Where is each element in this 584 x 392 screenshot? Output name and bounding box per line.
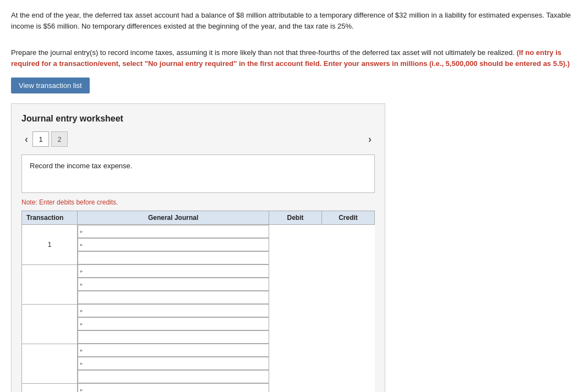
general-journal-input-4[interactable]: [84, 344, 268, 356]
credit-input-4[interactable]: [78, 371, 268, 383]
debit-input-4[interactable]: [84, 357, 268, 369]
table-row: ► ►: [22, 304, 375, 344]
general-journal-input-5[interactable]: [84, 384, 268, 392]
debit-cell-4[interactable]: ►: [78, 357, 269, 370]
credit-input-2[interactable]: [78, 291, 268, 303]
debit-input-1[interactable]: [84, 239, 268, 251]
transaction-number: [22, 264, 78, 304]
tab-2[interactable]: 2: [51, 131, 68, 147]
credit-input-3[interactable]: [78, 331, 268, 343]
general-journal-cell[interactable]: ►: [78, 383, 269, 392]
next-tab-button[interactable]: ›: [365, 132, 375, 146]
debit-cell-3[interactable]: ►: [78, 317, 269, 330]
credit-cell-3[interactable]: [78, 330, 269, 344]
col-header-transaction: Transaction: [22, 211, 78, 225]
transaction-number: [22, 344, 78, 383]
general-journal-cell[interactable]: ►: [78, 304, 269, 317]
debit-cell-1[interactable]: ►: [78, 238, 269, 251]
journal-entry-worksheet: Journal entry worksheet ‹ 1 2 › Record t…: [11, 103, 385, 392]
col-header-debit: Debit: [269, 211, 322, 225]
journal-table: Transaction General Journal Debit Credit…: [21, 211, 375, 392]
table-row: ► ►: [22, 383, 375, 392]
instruction-text: Prepare the journal entry(s) to record i…: [11, 47, 573, 69]
debit-cell-2[interactable]: ►: [78, 278, 269, 291]
note-text: Note: Enter debits before credits.: [21, 198, 375, 206]
transaction-number: [22, 383, 78, 392]
general-journal-cell[interactable]: ►: [78, 225, 269, 238]
general-journal-input-2[interactable]: [84, 265, 268, 277]
transaction-description: Record the income tax expense.: [21, 154, 375, 193]
debit-input-3[interactable]: [84, 318, 268, 330]
prev-tab-button[interactable]: ‹: [21, 132, 31, 146]
credit-cell-1[interactable]: [78, 251, 269, 264]
table-row: ► ►: [22, 344, 375, 383]
col-header-credit: Credit: [322, 211, 375, 225]
table-row: ► ►: [22, 264, 375, 304]
worksheet-title: Journal entry worksheet: [21, 114, 375, 124]
debit-input-2[interactable]: [84, 278, 268, 290]
tab-navigation: ‹ 1 2 ›: [21, 131, 375, 147]
col-header-general-journal: General Journal: [78, 211, 269, 225]
general-journal-cell[interactable]: ►: [78, 264, 269, 278]
credit-cell-4[interactable]: [78, 370, 269, 383]
general-journal-cell[interactable]: ►: [78, 344, 269, 357]
credit-input-1[interactable]: [78, 252, 268, 264]
instruction-plain: Prepare the journal entry(s) to record i…: [11, 48, 516, 57]
transaction-number: 1: [22, 225, 78, 265]
table-row: 1 ► ►: [22, 225, 375, 265]
general-journal-input-1[interactable]: [84, 225, 268, 238]
credit-cell-2[interactable]: [78, 291, 269, 304]
tab-1[interactable]: 1: [32, 131, 49, 147]
general-journal-input-3[interactable]: [84, 305, 268, 317]
transaction-number: [22, 304, 78, 344]
view-transaction-list-button[interactable]: View transaction list: [11, 78, 90, 93]
intro-paragraph1: At the end of the year, the deferred tax…: [11, 10, 573, 31]
